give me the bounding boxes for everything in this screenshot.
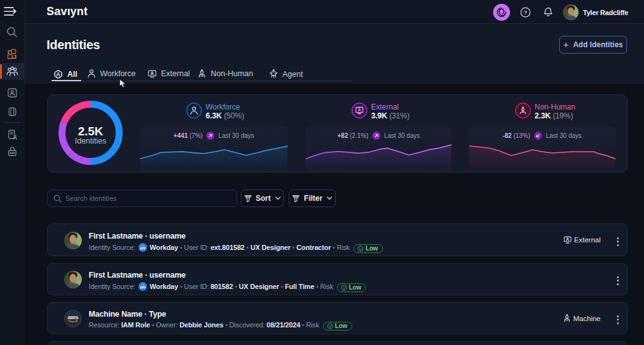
svg-text:aws: aws xyxy=(67,314,78,320)
svg-text:?: ? xyxy=(524,9,528,16)
